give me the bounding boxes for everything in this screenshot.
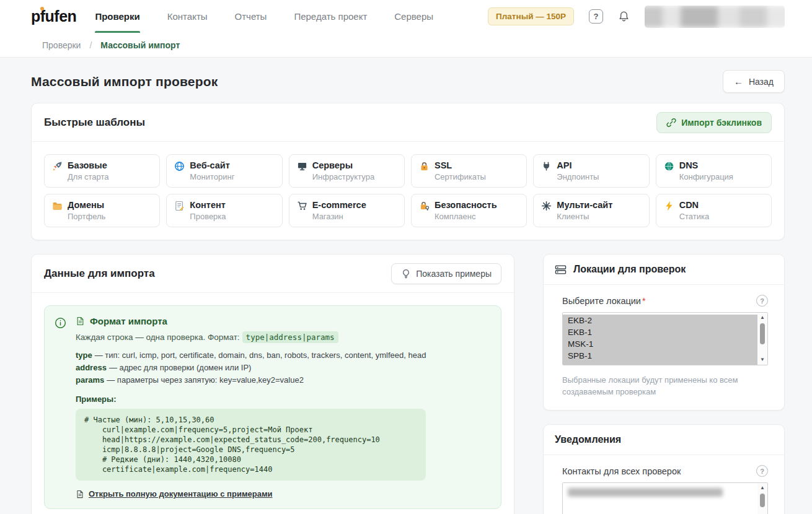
field-name: type: [76, 351, 92, 360]
memo-icon: [174, 199, 185, 211]
import-backlinks-label: Импорт бэклинков: [681, 118, 762, 128]
scroll-up-icon[interactable]: ▲: [760, 484, 765, 492]
format-intro-text: Каждая строка — одна проверка. Формат:: [76, 333, 240, 342]
document-icon: [76, 316, 85, 326]
multiselect-scrollbar[interactable]: ▲ ▼: [757, 313, 767, 365]
code-line: curl|example.com|frequency=5,project=Мой…: [84, 425, 417, 435]
rocket-icon: [52, 160, 63, 172]
template-tile-domains[interactable]: ДоменыПортфель: [44, 194, 160, 227]
locations-card: Локации для проверок Выберите локации* ?…: [543, 254, 785, 411]
breadcrumb-root[interactable]: Проверки: [42, 40, 81, 50]
required-asterisk: *: [642, 296, 645, 306]
tile-subtitle: Проверка: [190, 211, 226, 222]
template-tile-dns[interactable]: DNSКонфигурация: [656, 154, 772, 188]
tile-title: Базовые: [68, 160, 109, 172]
tile-subtitle: Мониторинг: [190, 172, 234, 182]
template-tile-ssl[interactable]: SSLСертификаты: [411, 154, 527, 188]
template-tile-api[interactable]: APIЭндпоинты: [533, 154, 649, 188]
security-lock-icon: [419, 199, 430, 211]
tile-title: E-commerce: [312, 199, 366, 211]
doc-small-icon: [76, 490, 84, 499]
plan-badge: Платный — 150Р: [488, 7, 574, 25]
location-option[interactable]: EKB-1: [563, 326, 757, 338]
field-desc-type: type— тип: curl, icmp, port, certificate…: [76, 349, 426, 362]
location-option[interactable]: EKB-2: [563, 315, 757, 326]
show-examples-label: Показать примеры: [416, 269, 492, 279]
show-examples-button[interactable]: Показать примеры: [391, 263, 501, 284]
field-desc: — тип: curl, icmp, port, certificate, do…: [95, 351, 426, 360]
help-icon[interactable]: ?: [589, 9, 603, 24]
template-tile-multisite[interactable]: Мульти-сайтКлиенты: [533, 194, 649, 227]
template-tile-basic[interactable]: БазовыеДля старта: [44, 154, 160, 188]
tile-subtitle: Сертификаты: [435, 172, 486, 182]
code-line: # Частые (мин): 5,10,15,30,60: [84, 415, 417, 425]
scroll-up-icon[interactable]: ▲: [760, 314, 765, 321]
user-account-area[interactable]: [645, 6, 785, 28]
link-icon: [666, 118, 676, 128]
tile-title: SSL: [435, 160, 486, 172]
redacted-contact-item: [568, 488, 723, 497]
import-data-card: Данные для импорта Показать примеры: [31, 254, 514, 514]
code-line: certificate|example.com|frequency=1440: [84, 464, 417, 474]
template-tile-servers[interactable]: СерверыИнфраструктура: [289, 154, 405, 188]
nav-item-transfer-project[interactable]: Передать проект: [294, 0, 367, 33]
lightbulb-icon: [401, 269, 411, 279]
contacts-help-icon[interactable]: ?: [756, 465, 768, 477]
monitor-icon: [297, 160, 307, 172]
tile-subtitle: Комплаенс: [435, 211, 497, 222]
contacts-select-label: Контакты для всех проверок: [562, 466, 681, 476]
tile-subtitle: Статика: [679, 211, 710, 222]
contacts-multiselect[interactable]: ▲: [562, 482, 768, 514]
nav-item-servers[interactable]: Серверы: [394, 0, 433, 33]
back-button[interactable]: ← Назад: [723, 70, 785, 93]
tile-title: CDN: [679, 199, 710, 211]
tile-subtitle: Клиенты: [557, 211, 612, 222]
bell-icon[interactable]: [618, 11, 630, 22]
location-option[interactable]: NSK-1: [563, 362, 757, 365]
template-tile-website[interactable]: Веб-сайтМониторинг: [166, 154, 282, 188]
import-backlinks-button[interactable]: Импорт бэклинков: [656, 112, 772, 133]
quick-templates-title: Быстрые шаблоны: [44, 116, 145, 129]
scrollbar-thumb[interactable]: [760, 323, 765, 344]
locations-select-label: Выберите локации: [562, 296, 641, 306]
scrollbar-thumb[interactable]: [760, 494, 765, 507]
header-right-cluster: Платный — 150Р ?: [488, 6, 785, 28]
location-option[interactable]: SPB-1: [563, 350, 757, 362]
app-logo[interactable]: pfufen: [31, 7, 76, 25]
template-tile-cdn[interactable]: CDNСтатика: [656, 194, 772, 227]
tile-title: Безопасность: [435, 199, 497, 211]
page-title: Массовый импорт проверок: [31, 74, 218, 89]
tile-title: DNS: [679, 160, 733, 172]
location-option[interactable]: MSK-1: [563, 338, 757, 350]
examples-label: Примеры:: [76, 394, 426, 404]
template-tile-security[interactable]: БезопасностьКомплаенс: [411, 194, 527, 227]
notifications-card-title: Уведомления: [555, 434, 621, 445]
multisite-icon: [541, 199, 552, 211]
full-documentation-link[interactable]: Открыть полную документацию с примерами: [89, 489, 273, 499]
code-line: head|https://example.com|expected_status…: [84, 435, 417, 445]
field-name: address: [76, 363, 107, 372]
server-stack-icon: [555, 264, 567, 275]
locations-multiselect[interactable]: EKB-2 EKB-1 MSK-1 SPB-1 NSK-1 ▲ ▼: [562, 312, 768, 365]
quick-templates-card: Быстрые шаблоны Импорт бэклинков Базовые…: [31, 103, 785, 240]
field-desc-address: address— адрес для проверки (домен или I…: [76, 362, 426, 374]
template-tile-ecommerce[interactable]: E-commerceМагазин: [289, 194, 405, 227]
page-content: Массовый импорт проверок ← Назад Быстрые…: [0, 58, 812, 514]
contacts-scrollbar[interactable]: ▲: [757, 483, 767, 514]
scroll-down-icon[interactable]: ▼: [760, 356, 765, 364]
tile-subtitle: Конфигурация: [679, 172, 733, 182]
info-circle-icon: [55, 316, 67, 499]
nav-item-checks[interactable]: Проверки: [95, 0, 139, 33]
tile-title: Контент: [190, 199, 226, 211]
top-navigation: pfufen Проверки Контакты Отчеты Передать…: [0, 0, 812, 33]
tile-title: Домены: [68, 199, 105, 211]
nav-item-contacts[interactable]: Контакты: [167, 0, 208, 33]
back-arrow-icon: ←: [734, 76, 743, 87]
locations-card-title: Локации для проверок: [573, 264, 686, 275]
locations-hint-text: Выбранные локации будут применены ко все…: [562, 374, 768, 398]
nav-item-reports[interactable]: Отчеты: [235, 0, 267, 33]
locations-help-icon[interactable]: ?: [756, 295, 768, 307]
field-name: params: [76, 375, 104, 385]
template-tile-content[interactable]: КонтентПроверка: [166, 194, 282, 227]
tile-title: Мульти-сайт: [557, 199, 612, 211]
